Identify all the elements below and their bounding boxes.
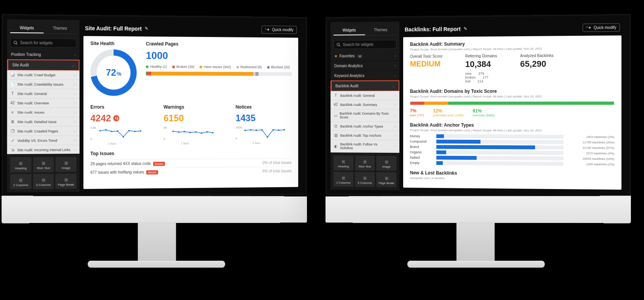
- toolbox: ▦Heading▦Rich Text▦Image▦2 Columns▦3 Col…: [7, 154, 79, 193]
- toolbox-heading[interactable]: ▦Heading: [334, 156, 354, 171]
- tab-widgets[interactable]: Widgets: [334, 26, 365, 35]
- svg-point-0: [14, 41, 17, 44]
- toolbox-icon: ▦: [34, 178, 53, 182]
- sidebar-item[interactable]: ▥Backlink Audit: Top Anchors☆: [330, 131, 399, 140]
- svg-point-7: [128, 130, 130, 131]
- star-icon[interactable]: ☆: [394, 114, 397, 117]
- item-label: Visibility VS. Errors Trend: [17, 138, 57, 142]
- toolbox-heading[interactable]: ▦Heading: [10, 157, 32, 173]
- sidebar-item[interactable]: 📊Site Audit: Crawl Budget☆: [7, 70, 79, 80]
- toxic-percents: 7%toxic (737)12%potentially toxic (1345)…: [410, 108, 614, 117]
- star-icon[interactable]: ☆: [73, 73, 77, 77]
- edit-icon[interactable]: ✎: [145, 26, 148, 31]
- star-icon[interactable]: ☆: [394, 94, 397, 97]
- sidebar-category[interactable]: ★Favorites 4›: [330, 51, 399, 61]
- legend-item: Have issues (942): [200, 65, 231, 69]
- star-icon[interactable]: ☆: [394, 124, 397, 128]
- sidebar-item[interactable]: ⤢Visibility VS. Errors Trend☆: [7, 136, 79, 146]
- toxic-percent: 7%toxic (737): [410, 108, 424, 117]
- sidebar-category[interactable]: Keyword Analytics›: [330, 71, 399, 81]
- star-icon[interactable]: ☆: [73, 138, 77, 142]
- warnings-metric: Warnings 6150 8k0 1 Nov: [164, 104, 220, 145]
- legend-item: Healthy (1): [146, 65, 167, 69]
- item-label: Site Audit: Crawled Pages: [17, 129, 58, 133]
- toolbox-rich-text[interactable]: ▦Rich Text: [33, 157, 54, 173]
- toolbox-image[interactable]: ▦Image: [376, 156, 396, 171]
- edit-icon[interactable]: ✎: [464, 26, 467, 31]
- chevron-right-icon: ›: [75, 53, 76, 57]
- toolbox-icon: ▦: [377, 176, 395, 180]
- star-icon[interactable]: ☆: [73, 147, 77, 151]
- quick-modify-button[interactable]: ⁺✦Quick modify: [582, 23, 620, 32]
- star-icon[interactable]: ☆: [73, 82, 77, 86]
- toolbox-icon: ▦: [11, 161, 31, 165]
- item-icon: ⤢: [10, 138, 15, 142]
- tab-themes[interactable]: Themes: [43, 23, 77, 34]
- sidebar-category[interactable]: Domain Analytics›: [330, 61, 399, 71]
- stack-segment: [151, 72, 254, 76]
- sidebar-tabs: Widgets Themes: [334, 25, 397, 36]
- search-input[interactable]: Search for widgets: [334, 40, 397, 49]
- toolbox-page-break[interactable]: ▦Page Break: [376, 172, 396, 187]
- anchor-name: Organic: [410, 150, 433, 154]
- crawled-title: Crawled Pages: [146, 41, 292, 48]
- svg-point-23: [272, 129, 274, 131]
- sidebar-category[interactable]: Site Audit⌄: [7, 59, 79, 71]
- anchor-meta: 11705 backlinks (20%): [567, 140, 614, 144]
- toolbox-3-columns[interactable]: ▦3 Columns: [355, 172, 375, 187]
- issue-row[interactable]: 677 issues with hreflang valueserrors6% …: [90, 167, 292, 177]
- sidebar-item[interactable]: ⇲Site Audit: Incoming Internal Links☆: [7, 145, 79, 154]
- stack-segment: [255, 72, 259, 76]
- sidebar-category[interactable]: Position Tracking›: [7, 50, 79, 60]
- toolbox-image[interactable]: ▦Image: [55, 157, 76, 172]
- svg-point-8: [134, 131, 135, 132]
- sidebar-item[interactable]: ≣Site Audit: Detailed Issue☆: [7, 117, 79, 127]
- anchor-row: Brand31109 backlinks (57%): [410, 145, 614, 150]
- sidebar-item[interactable]: TBacklink Audit: General☆: [330, 91, 399, 100]
- top-issues-title: Top Issues: [90, 150, 292, 156]
- sidebar-item[interactable]: ≡Site Audit: Issues☆: [7, 108, 79, 117]
- sidebar-item[interactable]: 📄Site Audit: Crawlability Issues☆: [7, 80, 79, 89]
- sidebar-item[interactable]: ⌬Backlink Audit: Anchor Types☆: [330, 122, 399, 131]
- sidebar-item[interactable]: 42Site Audit: Overview☆: [7, 99, 79, 108]
- star-icon[interactable]: ☆: [73, 129, 77, 133]
- toolbox-2-columns[interactable]: ▦2 Columns: [10, 174, 32, 189]
- svg-point-20: [255, 129, 257, 131]
- report-panel: Site Health 72% Crawled Pages 1000 Healt…: [83, 36, 298, 189]
- toolbox-2-columns[interactable]: ▦2 Columns: [334, 172, 354, 187]
- star-icon[interactable]: ☆: [394, 134, 397, 137]
- svg-point-26: [337, 43, 340, 46]
- anchor-row: Organic2272 backlinks (4%): [410, 150, 614, 155]
- toolbox-rich-text[interactable]: ▦Rich Text: [355, 156, 375, 171]
- tab-widgets[interactable]: Widgets: [10, 23, 43, 33]
- anchor-name: Money: [410, 134, 433, 138]
- sidebar-item[interactable]: 42Backlink Audit: Summary☆: [330, 100, 399, 109]
- sidebar-item[interactable]: ▭Backlink Audit: Domains By Toxic Score☆: [330, 109, 399, 122]
- star-icon[interactable]: ☆: [73, 101, 77, 105]
- sidebar-categories: Position Tracking›Site Audit⌄📊Site Audit…: [7, 50, 79, 154]
- star-icon[interactable]: ☆: [73, 120, 77, 124]
- anchor-name: Compound: [410, 139, 433, 143]
- item-icon: ▥: [334, 133, 338, 137]
- summary-section: Backlink Audit: Summary Project Scope: R…: [410, 40, 614, 83]
- svg-point-24: [278, 129, 279, 131]
- toolbox-3-columns[interactable]: ▦3 Columns: [33, 174, 54, 189]
- error-badge: errors: [146, 170, 158, 174]
- item-label: Backlink Audit: Summary: [340, 103, 377, 107]
- star-icon[interactable]: ☆: [394, 144, 397, 148]
- item-label: Site Audit: Overview: [17, 101, 49, 105]
- star-icon[interactable]: ☆: [394, 103, 397, 107]
- search-input[interactable]: Search for widgets: [10, 38, 77, 48]
- sidebar-category[interactable]: Backlink Audit⌄: [330, 80, 399, 92]
- star-icon[interactable]: ☆: [73, 111, 77, 114]
- quick-modify-button[interactable]: ⁺✦Quick modify: [262, 26, 297, 34]
- tab-themes[interactable]: Themes: [365, 25, 396, 35]
- svg-point-22: [267, 136, 268, 138]
- sidebar-item[interactable]: TSite Audit: General☆: [7, 89, 79, 99]
- star-icon[interactable]: ☆: [73, 92, 77, 96]
- sidebar-item[interactable]: ◐Backlink Audit: Follow Vs Nofollow☆: [330, 140, 399, 153]
- toolbox-icon: ▦: [34, 161, 53, 165]
- sidebar-item[interactable]: ❐Site Audit: Crawled Pages☆: [7, 126, 79, 136]
- item-icon: 📊: [10, 73, 15, 77]
- toolbox-page-break[interactable]: ▦Page Break: [55, 174, 76, 189]
